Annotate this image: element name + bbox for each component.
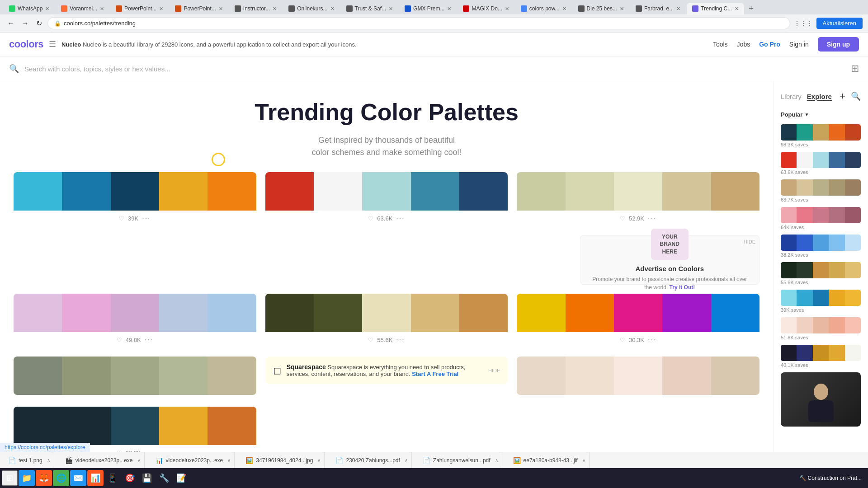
more-options-icon[interactable]: ··· <box>648 214 656 222</box>
more-options-icon[interactable]: ··· <box>648 336 656 344</box>
tab-4[interactable]: Instructor... ✕ <box>229 3 282 14</box>
more-options-icon[interactable]: ··· <box>145 336 153 344</box>
taskbar-icon-misc3[interactable]: 💾 <box>139 470 155 486</box>
download-chevron-icon[interactable]: ∧ <box>137 458 141 463</box>
tab-close-icon[interactable]: ✕ <box>735 6 739 12</box>
sidebar-palette-1[interactable]: 98.3K saves <box>781 124 861 147</box>
more-options-icon[interactable]: ··· <box>142 214 151 222</box>
taskbar-icon-misc1[interactable]: 📱 <box>104 470 121 486</box>
start-button[interactable]: ⊞ <box>2 470 18 486</box>
sidebar-palette-8[interactable]: 51.8K saves <box>781 317 861 340</box>
tab-close-icon[interactable]: ✕ <box>219 6 223 12</box>
sidebar-add-icon[interactable]: + <box>840 90 845 102</box>
more-options-icon[interactable]: ··· <box>396 336 405 344</box>
download-chevron-icon[interactable]: ∧ <box>317 458 321 463</box>
tab-close-icon[interactable]: ✕ <box>100 6 104 12</box>
popular-dropdown[interactable]: Popular ▼ <box>781 111 861 118</box>
sidebar-library-tab[interactable]: Library <box>781 93 802 100</box>
sidebar-palette-5[interactable]: 38.2K saves <box>781 235 861 258</box>
back-button[interactable]: ← <box>5 18 16 29</box>
taskbar-icon-ppt[interactable]: 📊 <box>87 470 104 486</box>
sidebar-palette-6[interactable]: 55.6K saves <box>781 262 861 285</box>
palette-card-5[interactable]: ♡ 55.6K ··· <box>265 294 508 347</box>
forward-button[interactable]: → <box>20 18 31 29</box>
tab-close-icon[interactable]: ✕ <box>159 6 163 12</box>
download-item-3[interactable]: 📊 videodeluxe2023p...exe ∧ <box>152 452 235 468</box>
taskbar-icon-browser[interactable]: 🦊 <box>36 470 52 486</box>
squarespace-trial-link[interactable]: Start A Free Trial <box>412 371 458 377</box>
download-item-2[interactable]: 🎬 videodeluxe2023p...exe ∧ <box>61 452 145 468</box>
tab-9[interactable]: colors pow... ✕ <box>515 3 572 14</box>
tab-8[interactable]: MAGIX Do... ✕ <box>458 3 514 14</box>
tab-close-icon[interactable]: ✕ <box>505 6 509 12</box>
palette-card-8[interactable] <box>517 357 760 395</box>
grid-icon[interactable]: ⊞ <box>851 63 859 75</box>
tab-3[interactable]: PowerPoint... ✕ <box>170 3 228 14</box>
sidebar-swatch <box>781 235 797 251</box>
download-chevron-icon[interactable]: ∧ <box>227 458 231 463</box>
sidebar-palette-2[interactable]: 63.6K saves <box>781 152 861 175</box>
tab-close-icon[interactable]: ✕ <box>45 6 49 12</box>
tab-close-icon[interactable]: ✕ <box>562 6 566 12</box>
tab-close-icon[interactable]: ✕ <box>330 6 335 12</box>
download-item-6[interactable]: 📄 Zahlungsanweisun...pdf ∧ <box>419 452 502 468</box>
taskbar-icon-misc4[interactable]: 🔧 <box>156 470 172 486</box>
taskbar-icon-misc5[interactable]: 📝 <box>173 470 189 486</box>
ad-link[interactable]: Try it Out! <box>670 284 695 291</box>
sidebar-search-icon[interactable]: 🔍 <box>851 91 861 101</box>
sidebar-palette-3[interactable]: 63.7K saves <box>781 179 861 202</box>
download-chevron-icon[interactable]: ∧ <box>495 458 498 463</box>
palette-card-7[interactable] <box>14 357 256 395</box>
search-input[interactable] <box>24 65 851 73</box>
palette-card-1[interactable]: ♡ 39K ··· <box>14 172 256 226</box>
download-item-1[interactable]: 📄 test 1.png ∧ <box>5 452 54 468</box>
reload-button[interactable]: ↻ <box>34 17 44 29</box>
tab-11[interactable]: Farbrad, e... ✕ <box>630 3 686 14</box>
download-chevron-icon[interactable]: ∧ <box>405 458 408 463</box>
download-chevron-icon[interactable]: ∧ <box>582 458 585 463</box>
url-bar[interactable]: 🔒 coolors.co/palettes/trending <box>47 17 790 29</box>
download-item-4[interactable]: 🖼️ 3471961984_4024...jpg ∧ <box>242 452 325 468</box>
palette-card-3[interactable]: ♡ 52.9K ··· <box>517 172 760 226</box>
signup-button[interactable]: Sign up <box>818 37 859 52</box>
extensions-icon[interactable]: ⋮⋮⋮ <box>794 20 813 27</box>
taskbar-icon-mail[interactable]: ✉️ <box>70 470 86 486</box>
tab-12-active[interactable]: Trending C... ✕ <box>687 3 744 14</box>
signin-button[interactable]: Sign in <box>789 41 809 48</box>
download-item-7[interactable]: 🖼️ ee7a180a-b948-43...jif ∧ <box>509 452 590 468</box>
tab-7[interactable]: GMX Prem... ✕ <box>399 3 457 14</box>
jobs-link[interactable]: Jobs <box>737 41 750 48</box>
sidebar-palette-9[interactable]: 40.1K saves <box>781 345 861 368</box>
tools-link[interactable]: Tools <box>713 41 728 48</box>
tab-5[interactable]: Onlinekurs... ✕ <box>283 3 340 14</box>
taskbar-icon-files[interactable]: 📁 <box>19 470 35 486</box>
sidebar-palette-4[interactable]: 64K saves <box>781 207 861 230</box>
tab-6[interactable]: Trust & Saf... ✕ <box>341 3 399 14</box>
sidebar-palette-7[interactable]: 39K saves <box>781 290 861 313</box>
new-tab-button[interactable]: + <box>747 4 755 14</box>
tab-close-icon[interactable]: ✕ <box>620 6 624 12</box>
taskbar-icon-misc2[interactable]: 🎯 <box>122 470 138 486</box>
tab-close-icon[interactable]: ✕ <box>389 6 393 12</box>
download-item-5[interactable]: 📄 230420 Zahlungs...pdf ∧ <box>332 452 411 468</box>
tab-1[interactable]: Voranmel... ✕ <box>56 3 109 14</box>
palette-card-4[interactable]: ♡ 49.8K ··· <box>14 294 256 347</box>
download-chevron-icon[interactable]: ∧ <box>47 458 50 463</box>
ad-hide-button[interactable]: HIDE <box>744 239 755 244</box>
palette-card-6[interactable]: ♡ 30.3K ··· <box>517 294 760 347</box>
tab-close-icon[interactable]: ✕ <box>273 6 277 12</box>
taskbar-icon-chrome[interactable]: 🌐 <box>53 470 69 486</box>
palette-card-2[interactable]: ♡ 63.6K ··· <box>265 172 508 226</box>
sidebar-explore-tab[interactable]: Explore <box>807 93 832 100</box>
aktualisieren-button[interactable]: Aktualisieren <box>816 18 863 29</box>
tab-whatsapp[interactable]: WhatsApp ✕ <box>4 3 55 14</box>
squarespace-hide-button[interactable]: HIDE <box>488 368 500 373</box>
more-options-icon[interactable]: ··· <box>396 214 405 222</box>
gopro-link[interactable]: Go Pro <box>759 41 780 48</box>
coolors-logo[interactable]: coolors <box>9 38 43 50</box>
download-filename: videodeluxe2023p...exe <box>166 457 223 464</box>
tab-2[interactable]: PowerPoint... ✕ <box>110 3 169 14</box>
tab-10[interactable]: Die 25 bes... ✕ <box>573 3 629 14</box>
tab-close-icon[interactable]: ✕ <box>447 6 451 12</box>
tab-close-icon[interactable]: ✕ <box>676 6 680 12</box>
